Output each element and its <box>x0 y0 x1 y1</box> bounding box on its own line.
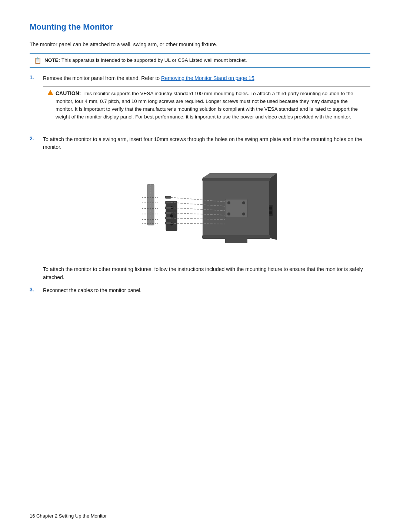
step-1-text-before: Remove the monitor panel from the stand.… <box>43 75 161 81</box>
note-text: NOTE:This apparatus is intended to be su… <box>44 57 247 64</box>
step-3-number: 3. <box>30 287 37 292</box>
svg-rect-1 <box>202 178 270 181</box>
svg-rect-28 <box>165 217 171 219</box>
svg-rect-13 <box>225 238 247 243</box>
svg-rect-29 <box>165 222 171 224</box>
step-2-number: 2. <box>30 135 37 141</box>
footer-text: 16 Chapter 2 Setting Up the Monitor <box>30 513 107 519</box>
svg-rect-30 <box>147 184 154 225</box>
note-label: NOTE: <box>44 57 60 63</box>
svg-marker-4 <box>202 173 277 178</box>
svg-point-9 <box>242 213 245 215</box>
caution-label: CAUTION: <box>56 90 81 96</box>
note-body: This apparatus is intended to be support… <box>61 57 247 63</box>
svg-rect-25 <box>165 201 171 204</box>
svg-rect-11 <box>269 207 272 210</box>
step-1: 1. Remove the monitor panel from the sta… <box>30 74 370 130</box>
caution-body: This monitor supports the VESA industry … <box>56 91 358 120</box>
after-image-text: To attach the monitor to other mounting … <box>43 265 370 281</box>
step-1-number: 1. <box>30 74 37 80</box>
svg-rect-24 <box>165 196 171 198</box>
steps-list: 1. Remove the monitor panel from the sta… <box>30 74 370 151</box>
step-2-content: To attach the monitor to a swing arm, in… <box>43 135 370 151</box>
step-1-content: Remove the monitor panel from the stand.… <box>43 74 370 130</box>
caution-box: CAUTION:This monitor supports the VESA i… <box>43 86 370 125</box>
monitor-diagram-container <box>43 160 370 257</box>
svg-rect-27 <box>165 212 171 214</box>
step-1-text-after: . <box>254 75 256 81</box>
svg-rect-12 <box>269 211 272 214</box>
step-3-content: Reconnect the cables to the monitor pane… <box>43 287 370 295</box>
monitor-diagram <box>136 160 277 257</box>
step-3: 3. Reconnect the cables to the monitor p… <box>30 287 370 295</box>
svg-point-7 <box>242 201 245 204</box>
note-box: 📋 NOTE:This apparatus is intended to be … <box>30 53 370 68</box>
caution-header: CAUTION:This monitor supports the VESA i… <box>47 90 366 121</box>
caution-text: CAUTION:This monitor supports the VESA i… <box>56 90 366 121</box>
svg-point-6 <box>227 201 230 204</box>
svg-point-8 <box>227 213 230 215</box>
removing-stand-link[interactable]: Removing the Monitor Stand on page 15 <box>161 75 254 81</box>
svg-rect-26 <box>165 207 171 209</box>
section-title: Mounting the Monitor <box>30 22 370 34</box>
page-footer: 16 Chapter 2 Setting Up the Monitor <box>30 513 107 519</box>
step-3-list: 3. Reconnect the cables to the monitor p… <box>30 287 370 295</box>
step-2: 2. To attach the monitor to a swing arm,… <box>30 135 370 151</box>
caution-triangle-icon <box>47 90 53 95</box>
note-icon: 📋 <box>34 57 41 64</box>
intro-paragraph: The monitor panel can be attached to a w… <box>30 41 370 48</box>
